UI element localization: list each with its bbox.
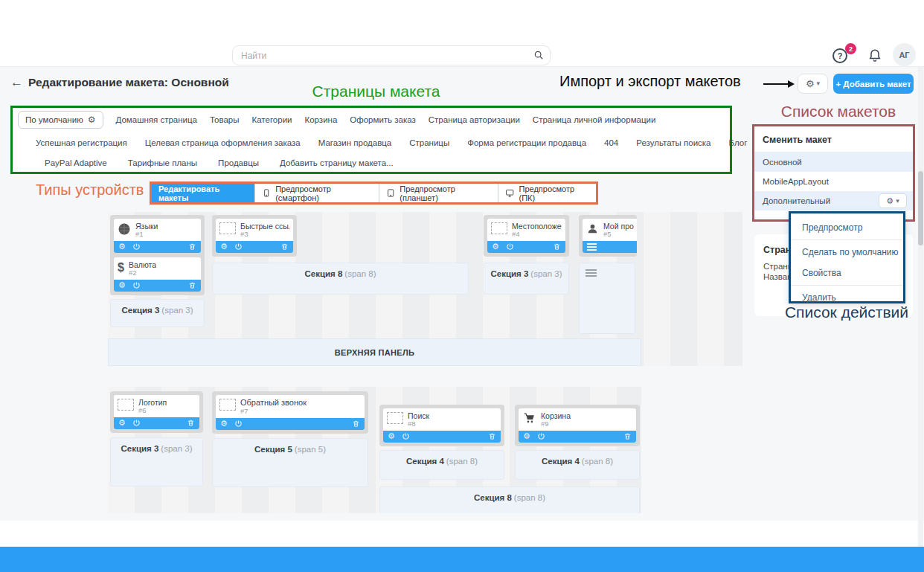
trash-icon[interactable] <box>352 420 360 428</box>
block-card-currency[interactable]: $ Валюта #2 ⚙ <box>114 257 201 292</box>
trash-icon[interactable] <box>553 242 561 251</box>
power-icon[interactable] <box>234 242 243 251</box>
tab-checkout[interactable]: Оформить заказ <box>350 115 415 124</box>
block-card-callback[interactable]: Обратный звонок #7 ⚙ <box>216 395 365 430</box>
gear-icon[interactable]: ⚙ <box>220 420 228 428</box>
menu-bars-icon[interactable] <box>587 243 597 251</box>
tab-personal-info[interactable]: Страница личной информации <box>533 115 656 124</box>
power-icon[interactable] <box>402 432 410 440</box>
tab-blog[interactable]: Блог <box>729 138 748 147</box>
edit-layouts-button[interactable]: Редактировать макеты <box>152 184 255 202</box>
trash-icon[interactable] <box>623 432 632 440</box>
trash-icon[interactable] <box>188 242 196 251</box>
trash-icon[interactable] <box>188 281 196 289</box>
section-panel[interactable]: Секция 4(span 8) <box>515 450 640 480</box>
power-icon[interactable] <box>506 242 514 251</box>
bottom-blue-bar <box>0 547 924 572</box>
section-panel[interactable]: Секция 4(span 8) <box>379 450 504 480</box>
layout-pages-box: По умолчанию ⚙ Домашняя страница Товары … <box>10 106 732 174</box>
top-panel-section[interactable]: ВЕРХНЯЯ ПАНЕЛЬ <box>108 338 641 366</box>
menu-item-properties[interactable]: Свойства <box>791 263 903 283</box>
block-number: #6 <box>138 407 167 415</box>
section-panel[interactable]: Секция 8(span 8) <box>379 486 640 513</box>
tab-vendor-store[interactable]: Магазин продавца <box>318 138 392 147</box>
grid-column-1: Логотип #6 ⚙ <box>110 391 203 486</box>
section-panel[interactable]: Секция 3(span 3) <box>110 437 203 486</box>
tabs-row-1: По умолчанию ⚙ Домашняя страница Товары … <box>13 108 730 132</box>
block-number: #2 <box>129 269 156 277</box>
preview-smartphone-button[interactable]: Предпросмотр (смартфон) <box>255 184 379 202</box>
trash-icon[interactable] <box>488 432 496 440</box>
tab-cart[interactable]: Корзина <box>305 115 338 124</box>
section-panel[interactable]: Секция 3(span 3) <box>110 299 205 327</box>
block-card-my-profile[interactable]: Мой про #5 <box>583 219 637 253</box>
trash-icon[interactable] <box>280 242 289 251</box>
gear-icon[interactable]: ⚙ <box>88 115 96 125</box>
scrollbar-track[interactable] <box>918 67 923 547</box>
tab-products[interactable]: Товары <box>210 115 240 124</box>
avatar[interactable]: АГ <box>893 43 916 66</box>
power-icon[interactable] <box>132 281 141 289</box>
device-types-box: Редактировать макеты Предпросмотр (смарт… <box>150 181 598 205</box>
tab-vendors[interactable]: Продавцы <box>218 158 259 167</box>
gear-icon[interactable]: ⚙ <box>523 432 530 440</box>
block-card-quick-links[interactable]: Быстрые ссылк #3 ⚙ <box>216 219 293 253</box>
tab-categories[interactable]: Категории <box>252 115 292 124</box>
section-panel[interactable]: Секция 8(span 8) <box>212 263 469 295</box>
block-card-cart[interactable]: Корзина #9 ⚙ <box>519 408 636 443</box>
gear-icon[interactable]: ⚙ <box>118 419 126 427</box>
tab-checkout-landing[interactable]: Целевая страница оформления заказа <box>145 138 301 147</box>
search-input[interactable] <box>232 45 551 65</box>
tab-404[interactable]: 404 <box>604 138 618 147</box>
block-card-languages[interactable]: Языки #1 ⚙ <box>114 219 201 253</box>
block-card-geolocation[interactable]: Местоположение п #4 ⚙ <box>487 219 565 253</box>
block-group: Языки #1 ⚙ <box>110 215 205 295</box>
gear-icon[interactable]: ⚙ <box>220 242 228 251</box>
power-icon[interactable] <box>132 419 141 427</box>
gear-icon[interactable]: ⚙ <box>118 281 126 289</box>
section-panel[interactable]: Секция 5(span 5) <box>212 438 368 487</box>
annotation-layouts-list: Список макетов <box>771 103 905 120</box>
bell-icon[interactable] <box>867 46 882 62</box>
gear-icon[interactable]: ⚙ <box>492 242 499 251</box>
grid-subcolumn-2: Корзина #9 ⚙ <box>515 405 640 480</box>
gear-icon[interactable]: ⚙ <box>118 242 126 251</box>
tab-search-results[interactable]: Результаты поиска <box>636 138 710 147</box>
scrollbar-thumb[interactable] <box>918 171 923 245</box>
block-card-logo[interactable]: Логотип #6 ⚙ <box>114 395 199 429</box>
desktop-icon <box>505 188 514 198</box>
import-export-menu-button[interactable]: ⚙ ▾ <box>798 74 828 94</box>
block-number: #3 <box>240 231 289 239</box>
tab-add-layout-page[interactable]: Добавить страницу макета... <box>280 158 394 167</box>
tab-auth-page[interactable]: Страница авторизации <box>429 115 520 124</box>
help-button[interactable]: ? 2 <box>832 46 852 64</box>
trash-icon[interactable] <box>187 419 195 427</box>
tab-home[interactable]: Домашняя страница <box>116 115 197 124</box>
power-icon[interactable] <box>537 432 545 440</box>
annotation-layout-pages: Страницы макета <box>296 83 456 100</box>
back-button[interactable]: ← <box>10 75 23 90</box>
tab-default[interactable]: По умолчанию ⚙ <box>18 111 103 129</box>
preview-desktop-button[interactable]: Предпросмотр (ПК) <box>498 184 596 202</box>
menu-item-preview[interactable]: Предпросмотр <box>791 217 903 238</box>
gear-icon[interactable]: ⚙ <box>388 432 395 440</box>
preview-tablet-button[interactable]: Предпросмотр (планшет) <box>379 184 498 202</box>
menu-item-make-default[interactable]: Сделать по умолчанию <box>791 242 903 263</box>
tab-registration-success[interactable]: Успешная регистрация <box>36 138 127 147</box>
block-card-search[interactable]: Поиск #8 ⚙ <box>383 408 501 443</box>
search-icon[interactable] <box>533 50 544 60</box>
notification-badge: 2 <box>845 43 856 54</box>
block-toolbar: ⚙ <box>114 417 199 429</box>
power-icon[interactable] <box>132 242 141 251</box>
section-panel[interactable]: Секция 3(span 3) <box>484 263 569 295</box>
tab-tariff-plans[interactable]: Тарифные планы <box>128 158 197 167</box>
block-name: Обратный звонок <box>240 398 307 408</box>
tab-vendor-registration[interactable]: Форма регистрации продавца <box>467 138 586 147</box>
block-toolbar: ⚙ <box>216 418 365 430</box>
tab-paypal-adaptive[interactable]: PayPal Adaptive <box>45 158 107 167</box>
block-toolbar: ⚙ <box>216 241 293 253</box>
add-layout-button[interactable]: + Добавить макет <box>833 74 914 94</box>
power-icon[interactable] <box>234 420 243 428</box>
section-panel[interactable] <box>579 263 635 334</box>
tab-pages[interactable]: Страницы <box>409 138 449 147</box>
